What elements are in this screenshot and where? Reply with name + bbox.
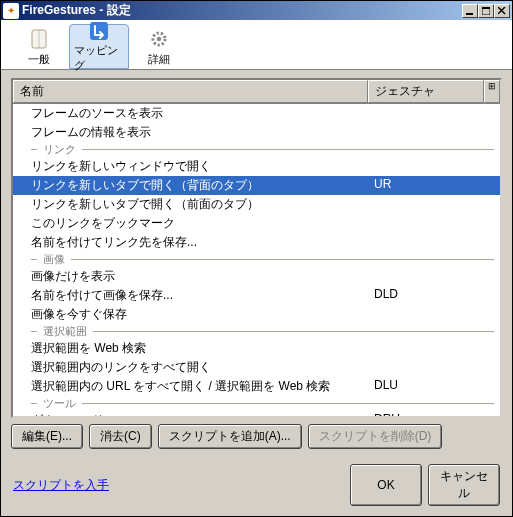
svg-rect-7 <box>90 22 108 40</box>
list-item[interactable]: 画像だけを表示 <box>13 267 500 286</box>
item-name: リンクを新しいタブで開く（前面のタブ） <box>13 196 368 213</box>
item-name: リンクを新しいウィンドウで開く <box>13 158 368 175</box>
item-gesture <box>368 340 500 357</box>
item-name: このリンクをブックマーク <box>13 215 368 232</box>
item-gesture <box>368 215 500 232</box>
item-name: リンクを新しいタブで開く（背面のタブ） <box>13 177 368 194</box>
item-name: 名前を付けて画像を保存... <box>13 287 368 304</box>
gear-icon <box>147 27 171 51</box>
list-item[interactable]: 名前を付けてリンク先を保存... <box>13 233 500 252</box>
tab-strip: 一般 マッピング 詳細 <box>1 20 512 70</box>
column-picker[interactable]: ⊞ <box>484 80 500 103</box>
list-item[interactable]: フレームの情報を表示 <box>13 123 500 142</box>
separator-label: ツール <box>43 396 76 411</box>
tab-general[interactable]: 一般 <box>9 24 69 69</box>
svg-rect-0 <box>466 13 473 15</box>
list-separator: リンク <box>13 142 500 157</box>
item-gesture: DLU <box>368 378 500 395</box>
mappings-icon <box>87 20 111 42</box>
mapping-list[interactable]: 名前 ジェスチャ ⊞ フレームのソースを表示フレームの情報を表示リンクリンクを新… <box>11 78 502 418</box>
item-gesture <box>368 124 500 141</box>
item-gesture <box>368 158 500 175</box>
item-gesture <box>368 105 500 122</box>
item-name: 画像を今すぐ保存 <box>13 306 368 323</box>
delete-script-button[interactable]: スクリプトを削除(D) <box>308 424 443 449</box>
list-item[interactable]: リンクを新しいタブで開く（前面のタブ） <box>13 195 500 214</box>
list-header: 名前 ジェスチャ ⊞ <box>13 80 500 104</box>
svg-point-9 <box>157 36 161 40</box>
edit-button[interactable]: 編集(E)... <box>11 424 83 449</box>
separator-label: 画像 <box>43 252 65 267</box>
list-item[interactable]: 選択範囲内のリンクをすべて開く <box>13 358 500 377</box>
clear-button[interactable]: 消去(C) <box>89 424 152 449</box>
list-item[interactable]: 選択範囲内の URL をすべて開く / 選択範囲を Web 検索DLU <box>13 377 500 396</box>
list-item[interactable]: ダウンロードDRU <box>13 411 500 416</box>
separator-label: リンク <box>43 142 76 157</box>
item-name: 選択範囲内の URL をすべて開く / 選択範囲を Web 検索 <box>13 378 368 395</box>
item-name: 選択範囲内のリンクをすべて開く <box>13 359 368 376</box>
item-name: ダウンロード <box>13 412 368 416</box>
item-gesture <box>368 234 500 251</box>
list-separator: 画像 <box>13 252 500 267</box>
item-gesture <box>368 196 500 213</box>
item-name: 名前を付けてリンク先を保存... <box>13 234 368 251</box>
list-item[interactable]: フレームのソースを表示 <box>13 104 500 123</box>
item-gesture <box>368 359 500 376</box>
column-header-name[interactable]: 名前 <box>13 80 368 103</box>
item-name: フレームの情報を表示 <box>13 124 368 141</box>
app-icon: ✦ <box>3 3 19 19</box>
list-item[interactable]: 選択範囲を Web 検索 <box>13 339 500 358</box>
list-separator: ツール <box>13 396 500 411</box>
column-header-gesture[interactable]: ジェスチャ <box>368 80 484 103</box>
separator-label: 選択範囲 <box>43 324 87 339</box>
get-scripts-link[interactable]: スクリプトを入手 <box>13 477 109 494</box>
list-item[interactable]: リンクを新しいタブで開く（背面のタブ）UR <box>13 176 500 195</box>
tab-advanced[interactable]: 詳細 <box>129 24 189 69</box>
item-gesture: UR <box>368 177 500 194</box>
item-gesture: DLD <box>368 287 500 304</box>
item-name: 画像だけを表示 <box>13 268 368 285</box>
maximize-button[interactable] <box>478 4 494 18</box>
titlebar[interactable]: ✦ FireGestures - 設定 <box>1 1 512 20</box>
cancel-button[interactable]: キャンセル <box>428 464 500 506</box>
item-gesture <box>368 268 500 285</box>
item-name: フレームのソースを表示 <box>13 105 368 122</box>
item-gesture: DRU <box>368 412 500 416</box>
list-item[interactable]: このリンクをブックマーク <box>13 214 500 233</box>
list-item[interactable]: 画像を今すぐ保存 <box>13 305 500 324</box>
list-item[interactable]: 名前を付けて画像を保存...DLD <box>13 286 500 305</box>
tab-mappings[interactable]: マッピング <box>69 24 129 69</box>
settings-window: ✦ FireGestures - 設定 一般 マッピング 詳細 <box>0 0 513 517</box>
item-gesture <box>368 306 500 323</box>
window-title: FireGestures - 設定 <box>22 2 462 19</box>
add-script-button[interactable]: スクリプトを追加(A)... <box>158 424 302 449</box>
general-icon <box>27 27 51 51</box>
ok-button[interactable]: OK <box>350 464 422 506</box>
list-separator: 選択範囲 <box>13 324 500 339</box>
minimize-button[interactable] <box>462 4 478 18</box>
item-name: 選択範囲を Web 検索 <box>13 340 368 357</box>
list-item[interactable]: リンクを新しいウィンドウで開く <box>13 157 500 176</box>
close-button[interactable] <box>494 4 510 18</box>
svg-rect-2 <box>482 7 490 9</box>
